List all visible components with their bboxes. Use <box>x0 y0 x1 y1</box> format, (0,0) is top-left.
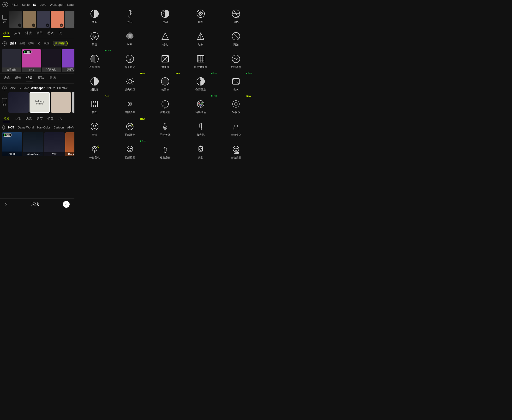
effect-tab-effect[interactable]: 特效 <box>26 76 33 81</box>
tab-adjust-2[interactable]: 调节 <box>37 116 43 122</box>
hot-filter-gameworld[interactable]: Game World <box>17 126 34 129</box>
wp-thumb-4[interactable] <box>72 92 74 113</box>
game-y2k[interactable]: Y2K <box>44 132 65 156</box>
sub-filter-hot[interactable]: 热门 <box>10 41 16 45</box>
tool-color-layers[interactable]: Free 色彩层次 <box>183 71 218 94</box>
effect-tab-sticker[interactable]: 贴纸 <box>49 76 56 81</box>
tool-auto-face[interactable]: AUTO 自动美颜 <box>218 139 254 162</box>
tool-smart-color[interactable]: Free 智能调色 <box>183 94 218 116</box>
tool-saturation[interactable]: 饱和度 <box>148 48 183 71</box>
game-ai-expand[interactable]: Free AI扩图 <box>2 132 22 156</box>
hot-filter-aivintage[interactable]: AI-Vintage <box>67 126 74 129</box>
tool-contrast[interactable]: 对比度 <box>77 71 112 94</box>
nav-filter[interactable]: Filter <box>12 3 18 7</box>
tab-play-2[interactable]: 玩 <box>59 116 62 122</box>
wp-nav-nature[interactable]: Nature <box>47 86 55 90</box>
tool-highlight[interactable]: 高光 <box>218 26 254 48</box>
effect-tab-adjust[interactable]: 调节 <box>15 76 21 81</box>
wp-nav-selfie[interactable]: Selfie <box>9 86 16 90</box>
img-thumb-4[interactable]: ↓ <box>51 11 64 28</box>
tool-nat-saturation[interactable]: 自然饱和度 <box>183 48 218 71</box>
nav-ig[interactable]: IG <box>33 3 36 7</box>
filter-ancient-blur[interactable]: 古早模糊 <box>2 49 21 72</box>
tool-makeup-pen[interactable]: 妆容笔 <box>183 116 218 139</box>
sub-filter-light[interactable]: 光 <box>37 41 40 45</box>
wp-thumb-1[interactable] <box>8 92 29 113</box>
tool-face-reshape[interactable]: Free 面部重塑 <box>112 139 147 162</box>
nav-wallpaper[interactable]: Wallpaper <box>50 3 64 7</box>
tab-template-2[interactable]: 模板 <box>3 116 10 122</box>
wp-nav-ig[interactable]: IG <box>18 86 21 90</box>
img-thumb-3[interactable]: ↓ <box>37 11 50 28</box>
tab-adjust-1[interactable]: 调节 <box>37 31 43 37</box>
close-button[interactable]: × <box>5 202 8 207</box>
tool-degray[interactable]: Free 去灰 <box>218 71 254 94</box>
tool-face-repair[interactable]: New 面部修复 <box>112 116 147 139</box>
tool-makeup[interactable]: 美妆 <box>183 139 218 162</box>
tab-template-1[interactable]: 模板 <box>3 31 10 37</box>
filter-3d-flash[interactable]: 3D闪光灯 <box>42 49 61 72</box>
img-thumb-2[interactable]: ↓ <box>23 11 36 28</box>
img-thumb-5[interactable]: ↓ <box>65 11 74 28</box>
game-block-figures[interactable]: Block Figures <box>65 132 74 156</box>
tool-grain[interactable]: 颗粒 <box>183 3 218 26</box>
effect-tab-filter[interactable]: 滤镜 <box>3 76 10 81</box>
tool-one-beautify[interactable]: 一键美化 <box>77 139 112 162</box>
tool-film[interactable]: New 轻胶感 <box>218 94 254 116</box>
game-video-game[interactable]: Video Game <box>23 132 44 156</box>
confirm-button[interactable]: ✓ <box>63 201 70 208</box>
tool-shadow[interactable]: 阴影 <box>77 3 112 26</box>
wp-thumb-2[interactable]: be happybe kind <box>30 92 50 113</box>
nav-selfie[interactable]: Selfie <box>22 3 30 7</box>
tab-filter-1[interactable]: 滤镜 <box>25 31 32 37</box>
tool-compose[interactable]: New 构图 <box>77 94 112 116</box>
tool-tone[interactable]: 色调 <box>148 3 183 26</box>
nav-nature[interactable]: Nature <box>67 3 74 7</box>
tool-backlight[interactable]: New 逆光矫正 <box>112 71 147 94</box>
img-thumb-1[interactable]: ↓ <box>9 11 22 28</box>
tool-hsl[interactable]: HSL <box>112 26 147 48</box>
tab-portrait-1[interactable]: 人像 <box>15 31 21 37</box>
hot-filter-haircolor[interactable]: Hair-Color <box>37 126 50 129</box>
filter-butterfly[interactable]: 群蝶飞舞 <box>62 49 74 72</box>
tab-effect-2[interactable]: 特效 <box>48 116 54 122</box>
tool-night-enhance[interactable]: OFF Free 夜景增强 <box>77 48 112 71</box>
tab-play-1[interactable]: 玩 <box>59 31 62 37</box>
tool-smart-opt[interactable]: OFF 智能优化 <box>148 94 183 116</box>
tool-atmosphere[interactable]: New 氛围光 <box>148 71 183 94</box>
wp-thumb-3[interactable] <box>51 92 71 113</box>
tool-bg-blur[interactable]: 背景虚化 <box>112 48 147 71</box>
hot-filter-cartoon[interactable]: Cartoon <box>53 126 64 129</box>
tab-effect-1[interactable]: 特效 <box>48 31 54 37</box>
advanced-edit-btn[interactable]: 高级编辑 <box>53 41 68 46</box>
sub-filter-atm[interactable]: 氛围 <box>44 41 49 45</box>
tool-local-adjust[interactable]: 局部调整 <box>112 94 147 116</box>
hot-no-icon[interactable]: ⊘ <box>2 125 5 130</box>
tab-filter-2[interactable]: 滤镜 <box>25 116 32 122</box>
tool-sharpen[interactable]: 锐化 <box>148 26 183 48</box>
tool-expression[interactable]: 表情 <box>77 116 112 139</box>
tool-temperature[interactable]: 色温 <box>112 3 147 26</box>
sub-filter-basic[interactable]: 基础 <box>19 41 25 45</box>
sub-filter-blur[interactable]: 模糊 <box>28 41 34 45</box>
more-button-top[interactable]: 更多 <box>1 15 8 24</box>
tab-portrait-2[interactable]: 人像 <box>15 116 21 122</box>
tool-texture[interactable]: 纹理 <box>77 26 112 48</box>
filter-white-dove[interactable]: Free 白鸽 <box>22 49 41 72</box>
tool-dehaze[interactable]: 褪色 <box>218 3 254 26</box>
wallpaper-no-icon[interactable]: ⊘ <box>2 86 7 90</box>
tool-body[interactable]: 手动美体 <box>148 116 183 139</box>
hot-filter-hot[interactable]: HOT <box>8 126 14 129</box>
filter-no-icon[interactable]: ⊘ <box>2 41 7 46</box>
no-filter-icon[interactable]: ⊘ <box>2 2 8 7</box>
wp-nav-love[interactable]: Love <box>23 86 29 90</box>
tool-structure[interactable]: 结构 <box>183 26 218 48</box>
effect-tab-play[interactable]: 玩法 <box>38 76 44 81</box>
more-button-wp[interactable]: 更多 <box>1 98 8 107</box>
wp-nav-creative[interactable]: Creative <box>57 86 68 90</box>
wp-nav-wallpaper[interactable]: Wallpaper <box>31 86 45 90</box>
nav-love[interactable]: Love <box>40 3 46 7</box>
tool-slim[interactable]: 瘦脸瘦身 <box>148 139 183 162</box>
tool-auto-body[interactable]: 自动美体 <box>218 116 254 139</box>
tool-curves[interactable]: 曲线调色 <box>218 48 254 71</box>
